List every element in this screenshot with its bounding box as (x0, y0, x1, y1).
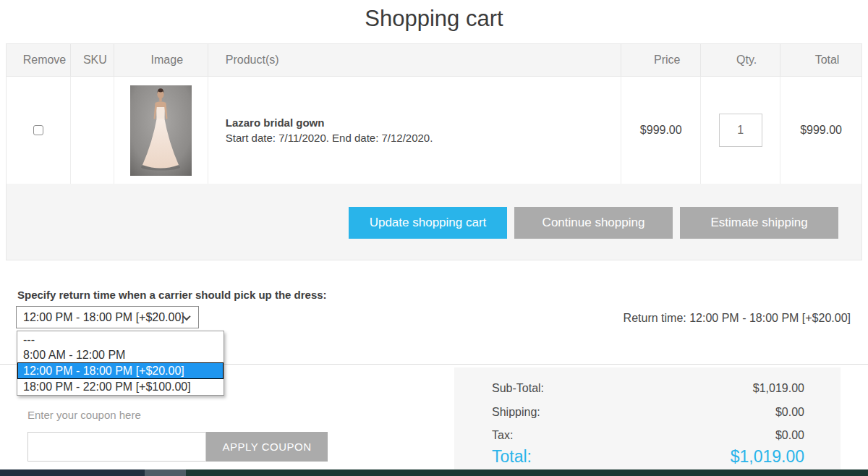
dropdown-option-morning[interactable]: 8:00 AM - 12:00 PM (17, 347, 224, 362)
tax-row: Tax: $0.00 (492, 429, 804, 442)
subtotal-label: Sub-Total: (492, 382, 544, 395)
remove-item-checkbox[interactable] (33, 125, 43, 135)
return-time-selected-value: 12:00 PM - 18:00 PM [+$20.00] (23, 311, 184, 324)
update-cart-button[interactable]: Update shopping cart (349, 207, 507, 239)
sku-cell (71, 77, 114, 184)
header-price: Price (621, 44, 701, 76)
cart-table-header: Remove SKU Image Product(s) Price Qty. T… (7, 44, 861, 77)
shipping-row: Shipping: $0.00 (492, 406, 804, 419)
quantity-input[interactable] (719, 114, 762, 147)
header-remove: Remove (7, 44, 71, 76)
tax-value: $0.00 (775, 429, 804, 442)
shopping-cart-page: Shopping cart Remove SKU Image Product(s… (0, 0, 868, 476)
line-total: $999.00 (800, 124, 842, 137)
footer-bar-segment-middle (145, 469, 186, 476)
header-products: Product(s) (208, 44, 621, 76)
rental-dates: Start date: 7/11/2020. End date: 7/12/20… (226, 132, 433, 144)
unit-price: $999.00 (640, 124, 682, 137)
product-name-link[interactable]: Lazaro bridal gown (226, 116, 433, 129)
total-label: Total: (492, 447, 532, 467)
header-sku: SKU (71, 44, 114, 76)
product-image[interactable] (130, 85, 192, 176)
order-totals-panel: Sub-Total: $1,019.00 Shipping: $0.00 Tax… (454, 367, 841, 476)
header-qty: Qty. (701, 44, 780, 76)
footer-bar-segment-left (0, 469, 145, 476)
tax-label: Tax: (492, 429, 513, 442)
header-total: Total (780, 44, 861, 76)
cart-table: Remove SKU Image Product(s) Price Qty. T… (6, 43, 862, 260)
return-time-select[interactable]: 12:00 PM - 18:00 PM [+$20.00] (16, 306, 199, 328)
total-value: $1,019.00 (731, 447, 804, 467)
return-time-summary: Return time: 12:00 PM - 18:00 PM [+$20.0… (624, 312, 851, 325)
continue-shopping-button[interactable]: Continue shopping (514, 207, 673, 239)
footer-bar-segment-right (186, 469, 868, 476)
coupon-code-input[interactable] (27, 432, 206, 462)
subtotal-row: Sub-Total: $1,019.00 (492, 382, 804, 395)
coupon-hint-text: Enter your coupon here (27, 409, 141, 421)
total-row: Total: $1,019.00 (492, 447, 804, 467)
shipping-label: Shipping: (492, 406, 540, 419)
cart-buttons-bar: Update shopping cart Continue shopping E… (7, 184, 861, 260)
header-image: Image (114, 44, 208, 76)
apply-coupon-button[interactable]: APPLY COUPON (206, 432, 328, 462)
return-time-label: Specify return time when a carrier shoul… (17, 289, 327, 301)
page-title: Shopping cart (0, 6, 868, 32)
cart-item-row: Lazaro bridal gown Start date: 7/11/2020… (7, 77, 861, 184)
shipping-value: $0.00 (775, 406, 804, 419)
estimate-shipping-button[interactable]: Estimate shipping (680, 207, 838, 239)
return-time-dropdown-list: --- 8:00 AM - 12:00 PM 12:00 PM - 18:00 … (17, 331, 224, 396)
subtotal-value: $1,019.00 (753, 382, 804, 395)
dropdown-option-evening[interactable]: 18:00 PM - 22:00 PM [+$100.00] (17, 379, 224, 394)
dropdown-option-none[interactable]: --- (17, 332, 224, 347)
dropdown-option-afternoon[interactable]: 12:00 PM - 18:00 PM [+$20.00] (17, 362, 224, 379)
